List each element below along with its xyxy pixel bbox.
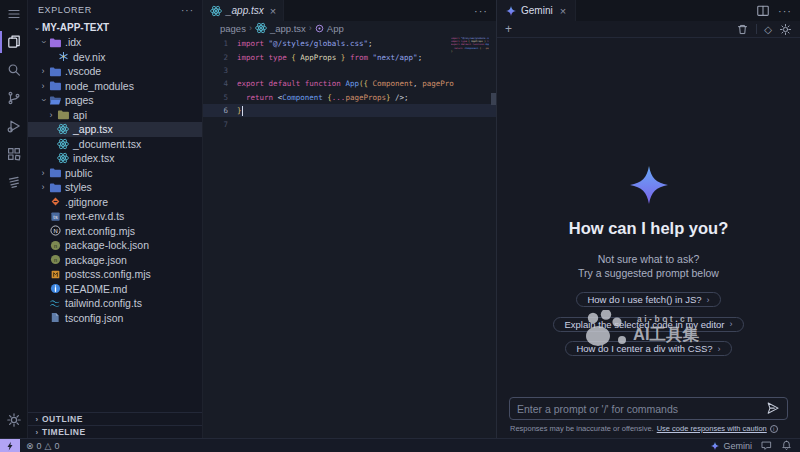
activity-menu[interactable]: [0, 0, 28, 28]
close-icon[interactable]: ×: [270, 5, 276, 17]
tree-item-node-modules[interactable]: ›node_modules: [28, 79, 202, 94]
nix-icon: [56, 51, 70, 63]
tree-item-index-tsx[interactable]: index.tsx: [28, 151, 202, 166]
activity-manage[interactable]: [0, 406, 28, 434]
activity-search[interactable]: [0, 56, 28, 84]
svg-text:N: N: [53, 228, 57, 234]
tree-item-next-config-mjs[interactable]: Nnext.config.mjs: [28, 224, 202, 239]
minimap[interactable]: import "@/styles/globals.css";import typ…: [451, 37, 489, 53]
disclaimer-text: Responses may be inaccurate or offensive…: [510, 424, 654, 433]
more-actions-icon[interactable]: ···: [778, 5, 792, 17]
editor-scrollbar[interactable]: [491, 93, 496, 105]
line-content: import "@/styles/globals.css";: [237, 39, 372, 48]
code-line-6[interactable]: 6}: [203, 104, 496, 117]
code-line-4[interactable]: 4export default function App({ Component…: [203, 77, 496, 90]
activity-explorer[interactable]: [0, 28, 28, 56]
gemini-settings-icon[interactable]: [779, 23, 792, 36]
disclaimer-link[interactable]: Use code responses with caution: [657, 424, 767, 433]
breadcrumb-item-pages[interactable]: pages: [220, 23, 246, 34]
chip-label: How do I use fetch() in JS?: [587, 294, 701, 305]
suggested-prompt-2[interactable]: Explain the selected code in my editor›: [553, 317, 743, 332]
workspace-root[interactable]: ⌄ MY-APP-TEXT: [28, 20, 202, 35]
section-outline[interactable]: ›OUTLINE: [28, 412, 202, 425]
tab-app-tsx[interactable]: _app.tsx ×: [203, 0, 284, 21]
gemini-status-item[interactable]: Gemini: [711, 441, 752, 451]
react-icon: [56, 152, 70, 164]
tree-item-styles[interactable]: ›styles: [28, 180, 202, 195]
notifications-bell-icon[interactable]: [781, 440, 792, 451]
readme-icon: [48, 283, 62, 295]
chevron-right-icon: ›: [38, 168, 48, 178]
split-editor-icon[interactable]: [756, 4, 770, 18]
tree-item--document-tsx[interactable]: _document.tsx: [28, 137, 202, 152]
tree-item--gitignore[interactable]: .gitignore: [28, 195, 202, 210]
code-line-5[interactable]: 5 return <Component {...pageProps} />;: [203, 91, 496, 104]
info-icon[interactable]: i: [770, 425, 778, 433]
tree-item-pages[interactable]: ›pages: [28, 93, 202, 108]
tree-item-tsconfig-json[interactable]: tsconfig.json: [28, 311, 202, 326]
new-chat-icon[interactable]: +: [505, 23, 512, 35]
folder-icon: [48, 181, 62, 193]
tree-item-readme-md[interactable]: README.md: [28, 282, 202, 297]
gemini-subtext-line1: Not sure what to ask?: [578, 253, 719, 267]
chevron-right-icon: ›: [32, 415, 42, 424]
editor-actions-icon[interactable]: ···: [474, 0, 496, 21]
send-icon[interactable]: [766, 402, 780, 416]
explorer-more-icon[interactable]: ···: [181, 5, 194, 16]
gemini-subtext-line2: Try a suggested prompt below: [578, 267, 719, 281]
prompt-input-box[interactable]: [509, 397, 788, 420]
tree-item-dev-nix[interactable]: dev.nix: [28, 50, 202, 65]
activity-run-and-debug[interactable]: [0, 112, 28, 140]
file-label: index.tsx: [73, 152, 114, 164]
file-label: next-env.d.ts: [65, 210, 124, 222]
tree-item-postcss-config-mjs[interactable]: postcss.config.mjs: [28, 267, 202, 282]
chevron-right-icon: ›: [730, 319, 733, 329]
clear-chat-icon[interactable]: ◇: [764, 24, 772, 35]
code-editor[interactable]: 1import "@/styles/globals.css";2import t…: [203, 35, 496, 438]
breadcrumb-label: pages: [220, 23, 246, 34]
tailwind-icon: [48, 297, 62, 309]
feedback-icon[interactable]: [761, 440, 772, 451]
tree-item-package-lock-json[interactable]: npackage-lock.json: [28, 238, 202, 253]
activity-source-control[interactable]: [0, 84, 28, 112]
suggested-prompt-3[interactable]: How do I center a div with CSS?›: [565, 341, 731, 356]
delete-chat-icon[interactable]: [736, 23, 749, 36]
tree-item-next-env-d-ts[interactable]: tsnext-env.d.ts: [28, 209, 202, 224]
activity-output-channels[interactable]: [0, 168, 28, 196]
chevron-right-icon: ›: [38, 66, 48, 76]
breadcrumb-item--app-tsx[interactable]: _app.tsx: [255, 22, 306, 34]
minimap-line: }: [451, 50, 489, 53]
chevron-down-icon: ›: [38, 37, 48, 47]
remote-indicator[interactable]: [0, 439, 20, 452]
problems-status[interactable]: ⊗ 0 △ 0: [20, 441, 60, 451]
suggested-prompt-1[interactable]: How do I use fetch() in JS?›: [576, 292, 720, 307]
close-icon[interactable]: ×: [560, 5, 566, 17]
code-line-3[interactable]: 3: [203, 64, 496, 77]
tab-gemini[interactable]: Gemini ×: [497, 0, 576, 21]
suggested-prompts: How do I use fetch() in JS?›Explain the …: [553, 292, 743, 356]
tree-item-api[interactable]: ›api: [28, 108, 202, 123]
file-label: styles: [65, 181, 92, 193]
breadcrumb-item-app[interactable]: App: [315, 23, 344, 34]
tree-item--vscode[interactable]: ›.vscode: [28, 64, 202, 79]
tree-item--idx[interactable]: ›.idx: [28, 35, 202, 50]
line-number: 2: [203, 53, 237, 62]
folder-icon: [48, 167, 62, 179]
tree-item-package-json[interactable]: npackage.json: [28, 253, 202, 268]
folder-api-icon: [56, 109, 70, 121]
section-timeline[interactable]: ›TIMELINE: [28, 425, 202, 438]
tree-item--app-tsx[interactable]: _app.tsx: [28, 122, 202, 137]
file-label: _app.tsx: [73, 123, 113, 135]
activity-extensions[interactable]: [0, 140, 28, 168]
react-icon: [210, 5, 222, 17]
editor-tab-bar: _app.tsx × ···: [203, 0, 496, 21]
gemini-greeting: How can I help you?: [569, 219, 729, 238]
prompt-input[interactable]: [517, 403, 760, 415]
code-line-7[interactable]: 7: [203, 117, 496, 130]
warning-count: 0: [54, 441, 59, 451]
tree-item-tailwind-config-ts[interactable]: tailwind.config.ts: [28, 296, 202, 311]
chevron-down-icon: ⌄: [32, 23, 42, 32]
file-label: package.json: [65, 254, 127, 266]
tree-item-public[interactable]: ›public: [28, 166, 202, 181]
explorer-sidebar: EXPLORER ··· ⌄ MY-APP-TEXT ›.idxdev.nix›…: [28, 0, 203, 438]
